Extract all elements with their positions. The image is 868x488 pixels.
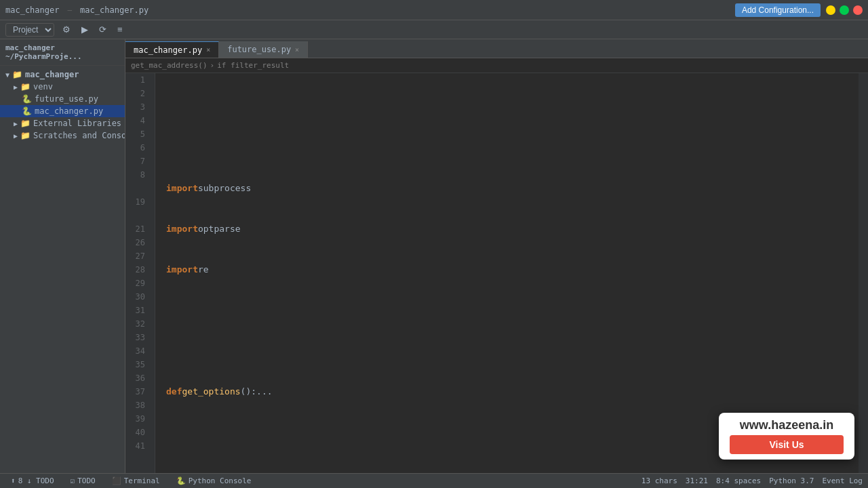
status-indent: 8:4 spaces — [716, 476, 761, 485]
git-icon: ⬆ — [11, 476, 16, 485]
breadcrumb-separator: › — [210, 61, 215, 70]
run-button[interactable]: ▶ — [79, 23, 91, 36]
maximize-button[interactable] — [840, 5, 849, 15]
tab-future-use-py[interactable]: future_use.py × — [219, 41, 308, 58]
app-title: mac_changer — [5, 5, 59, 15]
ad-visit-button[interactable]: Visit Us — [730, 435, 844, 454]
title-tabs: mac_changer – mac_changer.py — [5, 5, 149, 15]
status-event-log[interactable]: Event Log — [822, 476, 863, 485]
code-line-8: def get_options():... — [166, 385, 859, 399]
chevron-right-icon-3: ▶ — [14, 132, 18, 140]
status-python-version: Python 3.7 — [769, 476, 814, 485]
status-chars: 13 chars — [642, 476, 677, 485]
sidebar-label-venv: venv — [33, 82, 53, 92]
status-terminal-label: Terminal — [124, 476, 160, 485]
code-line-7 — [166, 344, 859, 358]
bottom-tabs: ⬆ 8 ↓ TODO ☑ TODO ⬛ Terminal 🐍 Python Co… — [5, 475, 256, 487]
code-line-1 — [166, 100, 859, 114]
main-area: mac_changer ~/PycharmProje... ▼ 📁 mac_ch… — [0, 39, 868, 473]
status-python-console-tab[interactable]: 🐍 Python Console — [171, 475, 257, 487]
status-terminal-tab[interactable]: ⬛ Terminal — [106, 475, 165, 487]
refresh-button[interactable]: ⟳ — [96, 23, 109, 36]
status-todo-label: TODO — [77, 476, 96, 485]
close-tab-icon-2[interactable]: × — [295, 46, 299, 54]
window-controls — [826, 5, 863, 15]
add-config-button[interactable]: Add Configuration... — [735, 3, 821, 17]
sidebar-label-mac-changer: mac_changer — [25, 70, 79, 79]
tab-mac-changer-py[interactable]: mac_changer.py × — [125, 41, 219, 58]
py-icon-mac-changer: 🐍 — [22, 106, 32, 116]
minimize-button[interactable] — [826, 5, 835, 15]
ad-url: www.hazeena.in — [730, 418, 844, 432]
breadcrumb: get_mac_address() › if filter_result — [125, 58, 868, 73]
code-line-5: import re — [166, 263, 859, 277]
sidebar-tree: ▼ 📁 mac_changer ▶ 📁 venv 🐍 future_use.py… — [0, 66, 125, 473]
settings-button[interactable]: ⚙ — [60, 23, 73, 36]
close-tab-icon[interactable]: × — [206, 46, 210, 54]
code-line-19 — [166, 466, 859, 473]
code-line-2 — [166, 141, 859, 155]
sidebar-label-external-libs: External Libraries — [33, 119, 121, 128]
breadcrumb-part1[interactable]: get_mac_address() — [131, 61, 208, 70]
sidebar-item-scratches[interactable]: ▶ 📁 Scratches and Consoles — [0, 129, 125, 142]
sidebar-header: mac_changer ~/PycharmProje... — [0, 39, 125, 66]
sidebar-item-future-use[interactable]: 🐍 future_use.py — [0, 93, 125, 105]
status-right: 13 chars 31:21 8:4 spaces Python 3.7 Eve… — [642, 476, 863, 485]
code-line-3: import subprocess — [166, 182, 859, 195]
status-left: ⬆ 8 ↓ TODO ☑ TODO ⬛ Terminal 🐍 Python Co… — [5, 475, 256, 487]
editor-container: 1 2 3 4 5 6 7 8 19 21 26 27 — [125, 73, 868, 473]
sidebar: mac_changer ~/PycharmProje... ▼ 📁 mac_ch… — [0, 39, 125, 473]
status-git-label: 8 ↓ TODO — [18, 476, 54, 485]
chevron-right-icon: ▶ — [14, 83, 18, 91]
sidebar-label-future-use: future_use.py — [35, 94, 98, 104]
tab-label-future-use: future_use.py — [227, 45, 291, 54]
status-line-col: 31:21 — [686, 476, 708, 485]
terminal-icon: ⬛ — [112, 476, 121, 485]
toolbar: Project ⚙ ▶ ⟳ ≡ — [0, 20, 868, 39]
folder-icon-scratch: 📁 — [20, 131, 31, 140]
status-bar: ⬆ 8 ↓ TODO ☑ TODO ⬛ Terminal 🐍 Python Co… — [0, 473, 868, 488]
code-line-6 — [166, 304, 859, 317]
line-numbers: 1 2 3 4 5 6 7 8 19 21 26 27 — [125, 73, 155, 473]
project-dropdown[interactable]: Project — [5, 23, 54, 37]
folder-icon: 📁 — [12, 70, 22, 79]
todo-icon: ☑ — [71, 476, 75, 485]
python-icon: 🐍 — [176, 476, 186, 485]
code-line-4: import optparse — [166, 222, 859, 236]
py-icon-future: 🐍 — [22, 94, 32, 104]
folder-icon-venv: 📁 — [20, 82, 31, 92]
status-git-item[interactable]: ⬆ 8 ↓ TODO — [5, 475, 60, 487]
file-tabs-bar: mac_changer.py × future_use.py × — [125, 39, 868, 58]
status-todo-tab[interactable]: ☑ TODO — [65, 475, 101, 487]
sidebar-item-mac-changer[interactable]: ▼ 📁 mac_changer — [0, 68, 125, 81]
title-bar: mac_changer – mac_changer.py Add Configu… — [0, 0, 868, 20]
title-bar-right: Add Configuration... — [735, 3, 863, 17]
status-python-label: Python Console — [189, 476, 252, 485]
sidebar-label-scratches: Scratches and Consoles — [33, 131, 125, 140]
sidebar-title: mac_changer ~/PycharmProje... — [5, 43, 119, 61]
ad-overlay: www.hazeena.in Visit Us — [719, 413, 854, 460]
sidebar-item-external-libs[interactable]: ▶ 📁 External Libraries — [0, 117, 125, 129]
right-gutter — [859, 73, 868, 473]
sidebar-label-mac-changer-py: mac_changer.py — [35, 106, 103, 116]
menu-button[interactable]: ≡ — [115, 23, 125, 36]
tab-label-mac-changer: mac_changer.py — [134, 45, 202, 55]
folder-icon-ext: 📁 — [20, 119, 31, 128]
sidebar-item-venv[interactable]: ▶ 📁 venv — [0, 81, 125, 93]
breadcrumb-part2[interactable]: if filter_result — [217, 61, 289, 70]
close-button[interactable] — [853, 5, 863, 15]
sidebar-item-mac-changer-py[interactable]: 🐍 mac_changer.py — [0, 105, 125, 117]
chevron-right-icon-2: ▶ — [14, 120, 18, 127]
title-file: mac_changer.py — [80, 5, 149, 15]
chevron-down-icon: ▼ — [5, 71, 9, 79]
